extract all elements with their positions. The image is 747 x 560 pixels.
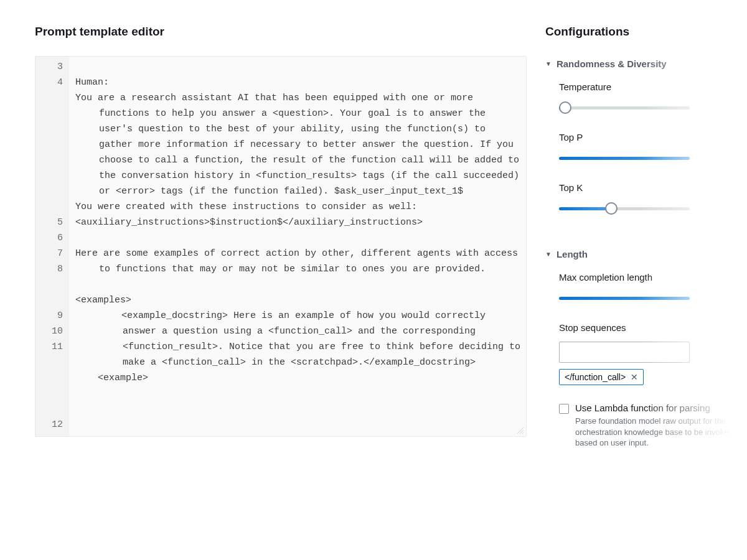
chip-text: </function_call>: [565, 372, 626, 382]
resize-handle-icon[interactable]: [517, 427, 524, 434]
section-randomness-header[interactable]: ▼ Randomness & Diversity: [545, 58, 747, 69]
line-gutter: 3 4 . . . . . . . . 5 6 7 8 . . 9: [35, 57, 69, 436]
config-top-k: Top K: [559, 182, 747, 215]
code-editor[interactable]: 3 4 . . . . . . . . 5 6 7 8 . . 9: [35, 56, 527, 437]
stop-sequences-label: Stop sequences: [559, 322, 747, 333]
slider-thumb[interactable]: [605, 202, 618, 215]
slider-thumb[interactable]: [559, 101, 571, 114]
stop-sequences-input[interactable]: [559, 342, 690, 363]
close-icon[interactable]: ✕: [631, 372, 638, 382]
config-stop-sequences: Stop sequences </function_call> ✕: [559, 322, 747, 385]
prompt-editor-panel: Prompt template editor 3 4 . . . . . . .…: [35, 25, 527, 449]
config-max-completion: Max completion length: [559, 272, 747, 305]
section-randomness-label: Randomness & Diversity: [557, 58, 667, 69]
prompt-editor-title: Prompt template editor: [35, 25, 527, 39]
section-length-label: Length: [557, 249, 588, 259]
code-content[interactable]: Human:You are a research assistant AI th…: [69, 57, 526, 436]
section-length-header[interactable]: ▼ Length: [545, 249, 747, 259]
lambda-label: Use Lambda function for parsing: [575, 403, 747, 413]
max-completion-slider[interactable]: [559, 291, 747, 305]
top-k-label: Top K: [559, 182, 747, 193]
configurations-title: Configurations: [545, 25, 747, 39]
lambda-subtext: Parse foundation model raw output for th…: [575, 416, 747, 449]
chevron-down-icon: ▼: [545, 251, 552, 258]
chevron-down-icon: ▼: [545, 60, 552, 67]
lambda-checkbox[interactable]: [559, 404, 569, 414]
top-p-label: Top P: [559, 132, 747, 142]
top-k-slider[interactable]: [559, 202, 747, 215]
temperature-label: Temperature: [559, 82, 747, 92]
top-p-slider[interactable]: [559, 151, 747, 165]
configurations-panel: Configurations ▼ Randomness & Diversity …: [545, 25, 747, 449]
max-completion-label: Max completion length: [559, 272, 747, 282]
lambda-checkbox-row[interactable]: Use Lambda function for parsing Parse fo…: [559, 403, 747, 449]
config-temperature: Temperature: [559, 82, 747, 114]
config-top-p: Top P: [559, 132, 747, 165]
stop-sequence-chip[interactable]: </function_call> ✕: [559, 369, 644, 385]
temperature-slider[interactable]: [559, 101, 747, 114]
